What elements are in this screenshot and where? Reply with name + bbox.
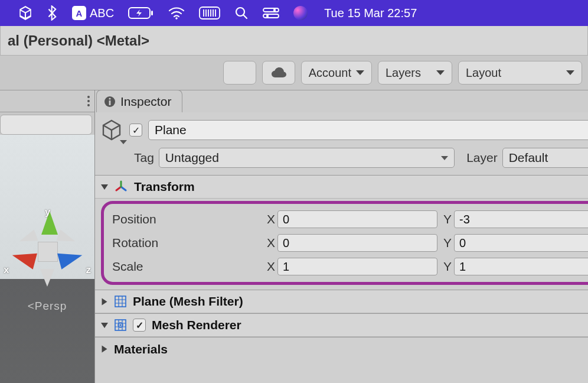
window-title: al (Personal) <Metal> [8,33,149,49]
scale-x-input[interactable] [277,258,437,275]
control-center-icon[interactable] [263,7,279,19]
hierarchy-search-input[interactable] [0,115,92,135]
foldout-icon[interactable] [102,346,107,353]
scene-viewport[interactable]: y x z <Persp [0,135,94,383]
input-method-indicator[interactable]: A ABC [72,6,114,20]
toolbar-blank-button[interactable] [223,61,256,85]
rotation-row: Rotation X Y Z [104,231,588,255]
orientation-gizmo[interactable]: y x z [0,211,94,282]
svg-point-2 [175,17,178,20]
foldout-icon[interactable] [101,323,108,328]
gizmo-cube-icon[interactable] [38,242,58,262]
axis-y-label[interactable]: Y [440,259,452,274]
layer-value: Default [509,151,548,165]
object-active-checkbox[interactable]: ✓ [129,124,142,137]
scale-y-input[interactable] [454,258,588,275]
wifi-icon[interactable] [168,7,185,20]
mesh-grid-icon [114,295,127,308]
chevron-down-icon [436,70,445,75]
rotation-x-input[interactable] [277,234,437,252]
object-cube-icon[interactable] [100,118,123,142]
account-label: Account [309,66,351,80]
layer-dropdown[interactable]: Default [502,148,588,168]
battery-charging-icon[interactable] [128,6,154,20]
materials-label: Materials [114,342,168,356]
layout-label: Layout [466,66,501,80]
svg-rect-7 [263,14,279,18]
chevron-down-icon [356,70,364,75]
tag-value: Untagged [165,151,219,165]
svg-point-26 [120,324,122,326]
transform-header[interactable]: Transform ? [95,175,588,199]
gizmo-neg-axis-icon[interactable] [56,229,77,246]
rotation-y-input[interactable] [454,234,588,252]
tag-layer-row: Tag Untagged Layer Default [100,148,588,168]
layout-dropdown[interactable]: Layout [458,61,582,85]
cloud-icon [270,67,287,79]
layers-dropdown[interactable]: Layers [378,61,452,85]
mesh-renderer-header[interactable]: ✓ Mesh Renderer ? [95,313,588,337]
axis-y-label[interactable]: Y [440,236,452,250]
macos-menubar: A ABC Tue 15 Mar 22:57 [0,0,588,26]
svg-point-8 [266,15,269,17]
inspector-panel: Inspector ✓ Static [94,90,588,383]
tag-label: Tag [134,151,154,165]
svg-point-11 [109,98,110,99]
cloud-button[interactable] [262,61,295,85]
panel-menu-icon[interactable] [87,96,90,106]
transform-title: Transform [134,180,195,194]
window-titlebar: al (Personal) <Metal> [0,26,588,56]
axis-x-label[interactable]: X [263,259,275,274]
mesh-renderer-icon [114,319,127,332]
account-dropdown[interactable]: Account [301,61,372,85]
position-x-input[interactable] [277,210,437,228]
layers-label: Layers [386,66,421,80]
axis-x-label: x [4,264,9,276]
gizmo-neg-axis-icon[interactable] [40,269,54,287]
inspector-tab-label: Inspector [120,95,171,109]
object-name-input[interactable] [148,120,588,140]
unity-logo-icon [18,5,33,21]
app-toolbar: Account Layers Layout [0,56,588,90]
axis-z-label: z [86,264,92,276]
gizmo-x-axis-icon[interactable] [10,247,37,269]
mesh-filter-header[interactable]: Plane (Mesh Filter) ? [95,290,588,313]
hierarchy-panel: y x z <Persp [0,90,94,383]
svg-rect-18 [115,296,126,307]
chevron-down-icon [566,70,574,75]
scale-label: Scale [104,259,263,274]
siri-icon[interactable] [293,6,308,20]
mesh-renderer-enabled-checkbox[interactable]: ✓ [133,319,146,332]
materials-row[interactable]: Materials 1 [95,337,588,361]
search-icon[interactable] [234,6,249,20]
axis-y-label[interactable]: Y [440,212,452,226]
hierarchy-tab-row [0,90,94,112]
object-header-row: ✓ Static [100,118,588,142]
svg-rect-5 [263,8,279,12]
gizmo-neg-axis-icon[interactable] [17,229,38,246]
datetime[interactable]: Tue 15 Mar 22:57 [324,7,417,20]
transform-icon [114,180,128,194]
svg-rect-3 [200,7,220,19]
svg-point-6 [273,9,276,11]
axis-x-label[interactable]: X [263,236,275,250]
projection-label[interactable]: <Persp [28,300,67,313]
position-row: Position X Y Z [104,207,588,231]
svg-rect-1 [151,11,153,15]
axis-x-label[interactable]: X [263,212,275,226]
gizmo-z-axis-icon[interactable] [57,247,84,269]
layer-label: Layer [466,151,498,165]
chevron-down-icon [120,140,127,144]
position-y-input[interactable] [454,210,588,228]
foldout-icon[interactable] [102,298,107,305]
barcode-icon[interactable] [199,7,220,20]
mesh-filter-title: Plane (Mesh Filter) [133,294,243,309]
tag-dropdown[interactable]: Untagged [159,148,455,168]
bluetooth-icon[interactable] [47,5,58,21]
scale-row: Scale X Y Z [104,255,588,278]
position-label: Position [104,212,263,226]
foldout-icon[interactable] [101,184,108,190]
inspector-tab-row: Inspector [95,90,588,112]
chevron-down-icon [441,156,448,160]
tab-inspector[interactable]: Inspector [96,90,182,112]
